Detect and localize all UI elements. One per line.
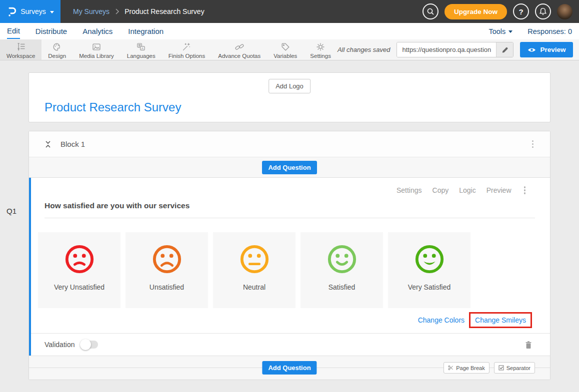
validation-label: Validation [44,341,74,349]
product-switcher[interactable]: Surveys [0,0,60,23]
eye-icon [528,47,536,53]
smiley-very-unsatisfied-icon [64,244,95,275]
tab-edit[interactable]: Edit [7,23,20,39]
survey-canvas: Q1 Add Logo Product Research Survey Bloc… [0,60,579,380]
survey-nav: Edit Distribute Analytics Integration To… [0,23,579,39]
tools-menu[interactable]: Tools [488,27,512,35]
search-button[interactable] [422,3,438,19]
question-preview-link[interactable]: Preview [486,186,512,194]
delete-question-button[interactable] [525,341,532,349]
toolbar-item-finish-options[interactable]: Finish Options [162,39,212,60]
toolbar-item-workspace[interactable]: Workspace [0,39,42,60]
toolbar-right: All changes saved Preview [338,39,579,60]
change-colors-link[interactable]: Change Colors [418,316,464,324]
notifications-button[interactable] [535,3,551,19]
validation-row: Validation [31,333,550,356]
toolbar-item-languages[interactable]: A Languages [120,39,162,60]
workspace-icon [16,42,26,52]
chevron-down-icon [50,11,54,13]
question-logic-link[interactable]: Logic [459,186,476,194]
kebab-icon [532,140,534,142]
breadcrumb-my-surveys[interactable]: My Surveys [73,7,110,15]
toolbar-item-media-library[interactable]: Media Library [72,39,120,60]
upgrade-button[interactable]: Upgrade Now [444,4,507,19]
add-question-strip-top: Add Question [29,157,550,178]
smiley-very-satisfied-icon [414,244,445,275]
kebab-icon [524,186,526,188]
subnav-right: Tools Responses: 0 [488,27,572,35]
preview-button[interactable]: Preview [520,42,573,57]
add-logo-button[interactable]: Add Logo [268,79,310,93]
survey-url-group [396,42,514,57]
questionpro-logo-icon [6,5,16,17]
option-satisfied[interactable]: Satisfied [300,232,383,308]
smiley-satisfied-icon [326,244,358,275]
option-very-unsatisfied[interactable]: Very Unsatisfied [38,232,120,308]
preview-label: Preview [540,46,566,53]
toolbar-item-design[interactable]: Design [42,39,72,60]
question-copy-link[interactable]: Copy [432,186,449,194]
scissors-icon [448,365,454,371]
breadcrumb-current: Product Research Survey [124,7,204,15]
image-icon [92,42,102,52]
block-header: Block 1 [29,131,550,157]
chevron-right-icon [115,8,119,14]
question-menu-button[interactable] [522,184,528,196]
separator-button[interactable]: Separator [494,362,535,374]
palette-icon [52,42,62,52]
block-card: Block 1 Add Question Settings Copy Logic… [28,131,550,380]
block-footer: Add Question Page Break Separator [29,356,550,380]
toolbar-item-advance-quotas[interactable]: Advance Quotas [212,39,267,60]
edit-url-button[interactable] [496,42,513,57]
responses-count[interactable]: Responses: 0 [528,27,572,35]
collapse-block-button[interactable] [44,139,52,149]
search-icon [426,7,434,15]
bell-icon [539,7,547,15]
annotation-highlight: Change Smileys [469,312,532,328]
change-smileys-link[interactable]: Change Smileys [475,316,526,324]
smiley-neutral-icon [239,244,270,275]
tab-analytics[interactable]: Analytics [82,24,112,38]
trash-icon [525,341,532,349]
tab-integration[interactable]: Integration [128,24,164,38]
survey-url-input[interactable] [397,42,496,57]
avatar[interactable] [557,4,572,19]
add-question-button-top[interactable]: Add Question [262,161,316,174]
smiley-config-links: Change Colors Change Smileys [31,312,532,328]
add-question-button-bottom[interactable]: Add Question [262,361,316,375]
block-menu-button[interactable] [530,138,536,150]
editor-toolbar: Workspace Design Media Library [0,39,579,60]
topbar-actions: Upgrade Now ? [422,3,579,19]
chain-links-icon [234,42,244,52]
footer-tools: Page Break Separator [444,362,535,374]
question-settings-link[interactable]: Settings [396,186,422,194]
pencil-icon [502,46,508,53]
save-status: All changes saved [338,46,390,53]
option-unsatisfied[interactable]: Unsatisfied [126,232,208,308]
option-neutral[interactable]: Neutral [213,232,296,308]
option-very-satisfied[interactable]: Very Satisfied [388,232,470,308]
checkbox-icon [498,365,504,371]
tag-icon [280,42,290,52]
toolbar-item-settings[interactable]: Settings [304,39,338,60]
survey-title-card: Add Logo Product Research Survey [28,72,550,122]
collapse-icon [44,140,52,148]
translate-icon: A [136,42,146,52]
breadcrumb: My Surveys Product Research Survey [73,7,204,15]
tools-label: Tools [488,27,506,35]
gear-icon [316,42,326,52]
question-card: Settings Copy Logic Preview How satisfie… [29,178,550,356]
validation-toggle[interactable] [81,341,98,349]
toolbar-item-variables[interactable]: Variables [267,39,304,60]
chevron-down-icon [508,30,512,33]
wand-icon [182,42,192,52]
smiley-options: Very Unsatisfied Unsatisfied [38,232,550,308]
help-button[interactable]: ? [513,3,529,19]
question-actions: Settings Copy Logic Preview [31,184,550,197]
question-mark-icon: ? [518,7,523,16]
topbar: Surveys My Surveys Product Research Surv… [0,0,579,23]
page-break-button[interactable]: Page Break [444,362,489,374]
block-title[interactable]: Block 1 [60,140,85,148]
question-text[interactable]: How satisfied are you with our services [44,201,535,218]
tab-distribute[interactable]: Distribute [36,24,67,38]
